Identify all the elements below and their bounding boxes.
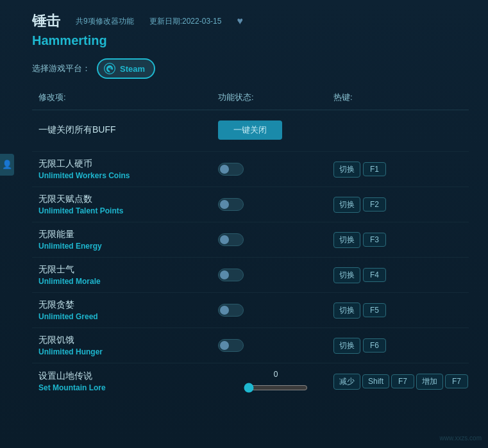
hotkey-toggle-0[interactable]: 切换 [333, 162, 360, 178]
slider-hotkeys: 减少 Shift F7 增加 F7 [333, 374, 475, 390]
mod-row: 无限天赋点数 Unlimited Talent Points 切换 F2 [32, 187, 469, 222]
toggle-knob-5 [220, 341, 229, 350]
toggle-container-4 [218, 304, 333, 317]
slider-track-container: 0 [218, 370, 333, 393]
mod-row: 无限能量 Unlimited Energy 切换 F3 [32, 222, 469, 257]
header-meta-count: 共9项修改器功能 [76, 16, 134, 27]
header-divider [32, 110, 469, 110]
one-key-button[interactable]: 一键关闭 [218, 120, 282, 140]
watermark: www.xxzs.com [439, 435, 482, 442]
hotkey-key-1[interactable]: F2 [363, 197, 386, 212]
toggle-container-2 [218, 233, 333, 246]
col-status: 功能状态: [218, 92, 333, 103]
mod-names-0: 无限工人硬币 Unlimited Workers Coins [38, 158, 218, 180]
mod-name-cn-5: 无限饥饿 [38, 335, 218, 346]
hotkey-key-5[interactable]: F6 [363, 338, 386, 353]
one-key-row: 一键关闭所有BUFF 一键关闭 [32, 115, 469, 145]
mod-name-cn-2: 无限能量 [38, 229, 218, 240]
mod-row: 无限士气 Unlimited Morale 切换 F4 [32, 257, 469, 292]
platform-row: 选择游戏平台： Steam [32, 58, 469, 79]
toggle-knob-3 [220, 270, 229, 279]
slider-mod-names: 设置山地传说 Set Mountain Lore [38, 370, 218, 392]
hotkey-toggle-3[interactable]: 切换 [333, 267, 360, 283]
hotkey-toggle-4[interactable]: 切换 [333, 303, 360, 319]
main-container: 👤 角色 锤击 共9项修改器功能 更新日期:2022-03-15 ♥ Hamme… [0, 0, 488, 448]
hotkey-toggle-5[interactable]: 切换 [333, 338, 360, 354]
hotkey-key-4[interactable]: F5 [363, 303, 386, 317]
mod-name-en-1: Unlimited Talent Points [38, 206, 218, 215]
header-meta-date: 更新日期:2022-03-15 [149, 16, 222, 27]
col-mod-item: 修改项: [38, 92, 218, 103]
slider-shift-key[interactable]: Shift [362, 374, 389, 388]
slider-inc-key[interactable]: F7 [445, 374, 468, 388]
mod-name-cn-0: 无限工人硬币 [38, 158, 218, 170]
hotkey-toggle-1[interactable]: 切换 [333, 197, 360, 213]
mod-names-1: 无限天赋点数 Unlimited Talent Points [38, 194, 218, 215]
toggle-knob-2 [220, 235, 229, 244]
toggle-4[interactable] [218, 304, 244, 317]
hotkey-toggle-2[interactable]: 切换 [333, 232, 360, 248]
game-title-cn: 锤击 [32, 12, 60, 31]
col-hotkey: 热键: [333, 92, 475, 103]
mod-name-en-4: Unlimited Greed [38, 312, 218, 321]
mod-names-5: 无限饥饿 Unlimited Hunger [38, 335, 218, 356]
mod-name-en-5: Unlimited Hunger [38, 347, 218, 356]
toggle-container-0 [218, 163, 333, 176]
mod-name-cn-1: 无限天赋点数 [38, 194, 218, 205]
hotkey-key-3[interactable]: F4 [363, 268, 386, 282]
mod-row: 无限工人硬币 Unlimited Workers Coins 切换 F1 [32, 151, 469, 187]
hotkey-container-4: 切换 F5 [333, 303, 475, 319]
one-key-label: 一键关闭所有BUFF [38, 124, 218, 136]
slider-input[interactable] [244, 383, 308, 393]
slider-value-label: 0 [274, 370, 278, 379]
steam-icon [103, 62, 116, 75]
hotkey-key-0[interactable]: F1 [363, 162, 386, 176]
columns-header: 修改项: 功能状态: 热键: [32, 92, 469, 103]
toggle-0[interactable] [218, 163, 244, 176]
mod-names-4: 无限贪婪 Unlimited Greed [38, 299, 218, 321]
mod-name-cn-4: 无限贪婪 [38, 299, 218, 311]
mod-name-en-0: Unlimited Workers Coins [38, 171, 218, 180]
mod-row: 无限贪婪 Unlimited Greed 切换 F5 [32, 292, 469, 328]
mod-names-3: 无限士气 Unlimited Morale [38, 264, 218, 286]
slider-inc-label[interactable]: 增加 [416, 374, 443, 390]
steam-label: Steam [120, 64, 145, 74]
mod-name-en-3: Unlimited Morale [38, 277, 218, 286]
mod-names-2: 无限能量 Unlimited Energy [38, 229, 218, 251]
side-tab-label: 角色 [0, 163, 1, 166]
toggle-knob-4 [220, 306, 229, 315]
toggle-container-5 [218, 339, 333, 352]
favorite-icon[interactable]: ♥ [237, 15, 243, 27]
header-row: 锤击 共9项修改器功能 更新日期:2022-03-15 ♥ [32, 12, 469, 31]
hotkey-container-3: 切换 F4 [333, 267, 475, 283]
hotkey-container-2: 切换 F3 [333, 232, 475, 248]
side-tab[interactable]: 👤 角色 [0, 154, 14, 176]
game-title-en: Hammerting [32, 33, 469, 48]
toggle-knob-0 [220, 165, 229, 174]
hotkey-container-1: 切换 F2 [333, 197, 475, 213]
steam-button[interactable]: Steam [97, 58, 155, 79]
toggle-3[interactable] [218, 269, 244, 281]
slider-row: 设置山地传说 Set Mountain Lore 0 减少 Shift F7 增… [32, 363, 469, 399]
slider-dec-key[interactable]: F7 [391, 374, 414, 388]
mod-name-cn-3: 无限士气 [38, 264, 218, 276]
platform-label: 选择游戏平台： [32, 63, 90, 74]
mod-rows-container: 无限工人硬币 Unlimited Workers Coins 切换 F1 无限天… [32, 151, 469, 363]
hotkey-container-0: 切换 F1 [333, 162, 475, 178]
toggle-knob-1 [220, 200, 229, 209]
toggle-2[interactable] [218, 233, 244, 246]
mod-row: 无限饥饿 Unlimited Hunger 切换 F6 [32, 328, 469, 363]
side-tab-icon: 👤 [2, 159, 12, 170]
hotkey-container-5: 切换 F6 [333, 338, 475, 354]
mod-name-en-2: Unlimited Energy [38, 242, 218, 251]
toggle-5[interactable] [218, 339, 244, 352]
slider-mod-name-en: Set Mountain Lore [38, 383, 218, 392]
hotkey-key-2[interactable]: F3 [363, 233, 386, 247]
toggle-container-3 [218, 269, 333, 281]
slider-dec-label[interactable]: 减少 [333, 374, 360, 390]
toggle-container-1 [218, 198, 333, 211]
toggle-1[interactable] [218, 198, 244, 211]
slider-mod-name-cn: 设置山地传说 [38, 370, 218, 382]
